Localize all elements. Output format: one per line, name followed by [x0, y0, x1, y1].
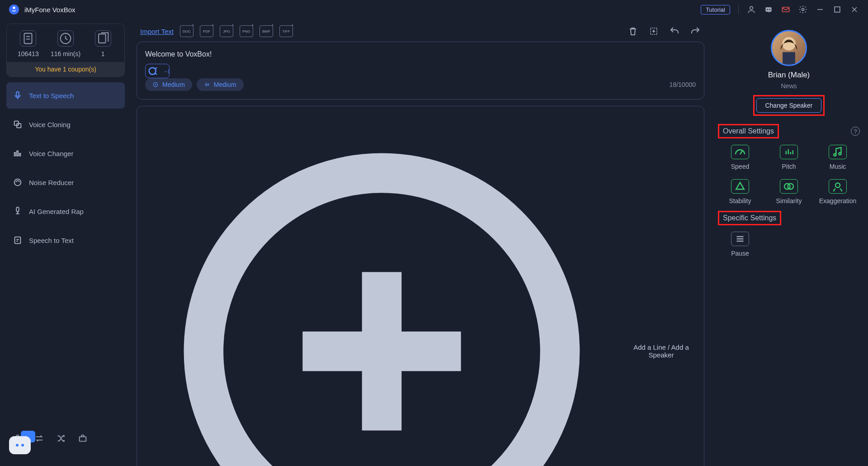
- setting-music[interactable]: Music: [816, 145, 860, 170]
- svg-point-0: [13, 7, 15, 9]
- briefcase-icon[interactable]: [78, 433, 88, 443]
- speaker-name: Brian (Male): [718, 71, 860, 80]
- nav-label: Voice Cloning: [29, 121, 71, 128]
- nav-label: Speech to Text: [29, 237, 74, 244]
- stat-minutes: 116 min(s): [47, 50, 85, 57]
- setting-pitch[interactable]: Pitch: [767, 145, 811, 170]
- close-icon[interactable]: [850, 5, 859, 14]
- svg-point-3: [769, 9, 770, 10]
- convert-icon[interactable]: [34, 433, 44, 443]
- setting-exaggeration[interactable]: Exaggeration: [816, 179, 860, 204]
- coupons-banner[interactable]: You have 1 coupon(s): [7, 62, 124, 76]
- svg-rect-53: [783, 52, 795, 65]
- speed-pill[interactable]: Medium: [145, 78, 192, 91]
- svg-point-1: [750, 6, 753, 10]
- setting-speed[interactable]: Speed: [718, 145, 762, 170]
- nav-ai-rap[interactable]: AI Generated Rap: [6, 198, 125, 224]
- format-jpg[interactable]: JPG: [220, 25, 233, 37]
- nav-label: AI Generated Rap: [29, 208, 84, 215]
- svg-rect-18: [14, 152, 16, 156]
- nav-label: Noise Reducer: [29, 179, 74, 186]
- format-tiff[interactable]: TIFF: [279, 25, 293, 37]
- setting-pause[interactable]: Pause: [718, 232, 762, 257]
- stats-box: 106413 116 min(s) 1 You have 1 coupon(s): [6, 24, 125, 77]
- svg-rect-7: [835, 7, 840, 12]
- svg-point-60: [839, 152, 841, 155]
- svg-rect-22: [16, 207, 19, 212]
- specific-settings-header: Specific Settings: [718, 211, 781, 225]
- svg-rect-14: [99, 34, 106, 43]
- format-pdf[interactable]: PDF: [200, 25, 213, 37]
- editor-text: Welcome to VoxBox!: [145, 50, 696, 58]
- stat-count: 1: [84, 50, 122, 57]
- speaker-tag: News: [718, 82, 860, 90]
- maximize-icon[interactable]: [833, 5, 842, 14]
- insert-icon[interactable]: [648, 26, 659, 37]
- svg-line-54: [740, 151, 742, 155]
- sidebar: 106413 116 min(s) 1 You have 1 coupon(s)…: [0, 19, 131, 466]
- app-title: iMyFone VoxBox: [24, 6, 75, 14]
- svg-rect-20: [19, 153, 21, 156]
- setting-stability[interactable]: Stability: [718, 179, 762, 204]
- mail-icon[interactable]: [781, 5, 790, 14]
- editor-toolbar: Import Text DOC PDF JPG PNG BMP TIFF: [137, 25, 704, 42]
- settings-icon[interactable]: [798, 5, 807, 14]
- pitch-pill[interactable]: Medium: [197, 78, 244, 91]
- chars-icon: [20, 30, 36, 47]
- tts-icon: [13, 90, 23, 100]
- setting-similarity[interactable]: Similarity: [767, 179, 811, 204]
- changer-icon: [13, 148, 23, 158]
- nav-voice-cloning[interactable]: Voice Cloning: [6, 111, 125, 138]
- tutorial-button[interactable]: Tutorial: [701, 5, 730, 14]
- discord-icon[interactable]: [764, 5, 773, 14]
- rap-icon: [13, 206, 23, 216]
- svg-point-21: [14, 179, 21, 186]
- add-line-button[interactable]: Add a Line / Add a Speaker: [137, 106, 704, 466]
- nav-noise-reducer[interactable]: Noise Reducer: [6, 169, 125, 195]
- overall-settings-header: Overall Settings: [718, 124, 779, 138]
- count-icon: [95, 30, 111, 47]
- svg-rect-10: [24, 33, 32, 44]
- chatbot-widget[interactable]: [8, 431, 35, 458]
- svg-point-2: [767, 9, 768, 10]
- format-bmp[interactable]: BMP: [259, 25, 273, 37]
- format-png[interactable]: PNG: [240, 25, 253, 37]
- delete-icon[interactable]: [627, 26, 638, 37]
- stt-icon: [13, 235, 23, 245]
- speaker-avatar[interactable]: [771, 30, 807, 66]
- minutes-icon: [57, 30, 74, 47]
- svg-rect-19: [17, 151, 18, 156]
- nav-label: Voice Changer: [29, 150, 73, 157]
- minimize-icon[interactable]: [816, 5, 825, 14]
- svg-point-5: [802, 9, 804, 11]
- svg-point-59: [834, 154, 836, 156]
- redo-icon[interactable]: [690, 26, 701, 37]
- help-icon[interactable]: ?: [851, 127, 860, 136]
- char-count: 18/10000: [670, 81, 696, 88]
- right-panel: Brian (Male) News Change Speaker Overall…: [710, 25, 868, 461]
- import-text-link[interactable]: Import Text: [140, 28, 174, 35]
- stat-chars: 106413: [9, 50, 47, 57]
- change-speaker-button[interactable]: Change Speaker: [756, 98, 821, 113]
- nav-speech-to-text[interactable]: Speech to Text: [6, 227, 125, 253]
- svg-rect-27: [80, 437, 86, 441]
- cloning-icon: [13, 119, 23, 129]
- nav-label: Text to Speech: [29, 92, 74, 100]
- app-logo: [9, 5, 19, 14]
- svg-point-52: [782, 37, 796, 51]
- svg-rect-15: [16, 92, 19, 96]
- text-editor-panel[interactable]: Welcome to VoxBox! →| Medium Medium 18/1…: [137, 42, 704, 100]
- user-icon[interactable]: [747, 5, 756, 14]
- svg-point-63: [835, 183, 840, 188]
- ai-chip[interactable]: →|: [145, 64, 170, 78]
- svg-rect-23: [15, 237, 21, 244]
- nav-voice-changer[interactable]: Voice Changer: [6, 140, 125, 166]
- undo-icon[interactable]: [669, 26, 680, 37]
- titlebar: iMyFone VoxBox Tutorial: [0, 0, 868, 19]
- noise-icon: [13, 177, 23, 187]
- shuffle-icon[interactable]: [56, 433, 66, 443]
- nav-text-to-speech[interactable]: Text to Speech: [6, 82, 125, 109]
- format-doc[interactable]: DOC: [180, 25, 193, 37]
